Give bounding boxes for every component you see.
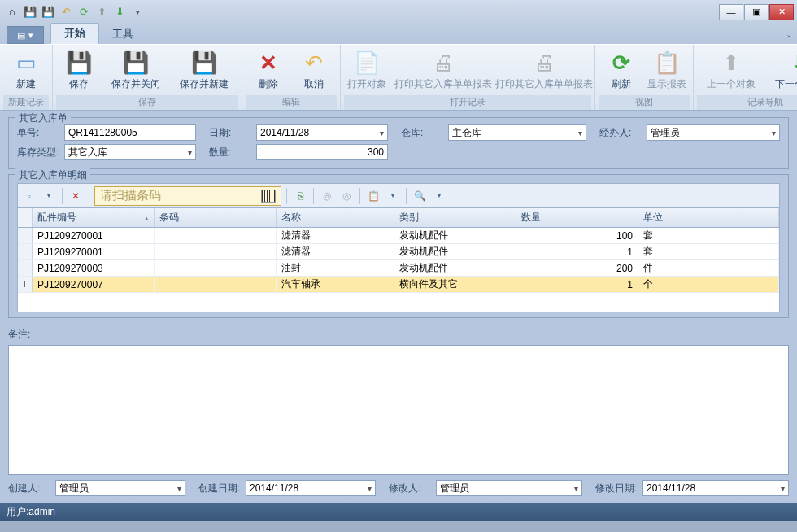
show-report-button: 显示报表 xyxy=(644,46,690,94)
ribbon-group-title: 打开记录 xyxy=(344,95,591,110)
row-indicator xyxy=(18,228,33,243)
qat-dropdown-icon[interactable]: ▾ xyxy=(131,6,144,19)
col-bar[interactable]: 条码 xyxy=(155,208,277,227)
refresh-icon: ⟳ xyxy=(608,50,634,76)
cell-qty: 1 xyxy=(516,244,638,259)
input-remark[interactable] xyxy=(8,345,789,476)
input-date[interactable]: 2014/11/28 xyxy=(256,124,388,141)
row-indicator: I xyxy=(18,277,33,292)
print-other-rpt-label: 打印其它入库单单报表 xyxy=(394,77,492,91)
detail-fieldset: 其它入库单明细 ▫ ▾ ✕ 请扫描条码 ⎘ ◎ ◎ 📋 ▾ 🔍 ▾ xyxy=(8,174,789,318)
col-qty[interactable]: 数量 xyxy=(516,208,638,227)
col-cat[interactable]: 类别 xyxy=(394,208,516,227)
barcode-scan-input[interactable]: 请扫描条码 xyxy=(94,186,281,206)
delete-button[interactable]: ✕删除 xyxy=(246,46,291,94)
input-mdate[interactable]: 2014/11/28 xyxy=(642,480,789,496)
input-qty[interactable]: 300 xyxy=(256,144,388,160)
cell-bar xyxy=(155,260,277,276)
col-code[interactable]: 配件编号▴ xyxy=(33,208,155,227)
dt-find-icon[interactable]: 🔍 xyxy=(412,188,428,204)
separator xyxy=(359,188,360,204)
qat-saveclose-icon[interactable]: 💾 xyxy=(41,6,54,19)
dt-delete-icon[interactable]: ✕ xyxy=(68,188,84,204)
print-other-rpt-button: 打印其它入库单单报表 xyxy=(390,46,497,94)
cell-name: 滤清器 xyxy=(277,228,394,243)
table-row[interactable]: PJ1209270001滤清器发动机配件1套 xyxy=(18,244,779,260)
collapse-ribbon-icon[interactable]: ˇ xyxy=(787,34,790,44)
table-row[interactable]: PJ1209270001滤清器发动机配件100套 xyxy=(18,228,779,244)
new-button[interactable]: 新建 xyxy=(3,46,49,94)
input-wh[interactable]: 主仓库 xyxy=(448,124,586,141)
print-other-rpt-icon xyxy=(430,50,456,76)
save-new-button[interactable]: 保存并新建 xyxy=(170,46,238,94)
cell-code: PJ1209270003 xyxy=(33,260,155,276)
ribbon: 新建新建记录保存保存并关闭保存并新建保存✕删除↶取消编辑打开对象打印其它入库单单… xyxy=(0,44,797,111)
cell-unit: 件 xyxy=(638,260,779,276)
dt-new-icon[interactable]: ▫ xyxy=(21,188,37,204)
barcode-icon xyxy=(261,190,276,203)
open-obj-button: 打开对象 xyxy=(344,46,390,94)
ribbon-group: 打开对象打印其它入库单单报表打印其它入库单单报表打开记录 xyxy=(341,45,595,110)
input-creator[interactable]: 管理员 xyxy=(55,480,185,496)
dt-export-icon[interactable]: ⎘ xyxy=(292,188,308,204)
cell-code: PJ1209270001 xyxy=(33,244,155,259)
ribbon-group-title: 记录导航 xyxy=(697,95,797,110)
col-name[interactable]: 名称 xyxy=(277,208,394,227)
dt-find-dd-icon[interactable]: ▾ xyxy=(431,188,447,204)
file-tab[interactable]: ▤ ▾ xyxy=(7,26,44,44)
status-bar: 用户: admin xyxy=(0,503,797,521)
minimize-button[interactable]: — xyxy=(719,4,743,20)
ribbon-group-title: 视图 xyxy=(599,95,690,110)
dt-new-dd-icon[interactable]: ▾ xyxy=(41,188,57,204)
close-window-button[interactable]: ✕ xyxy=(769,4,794,20)
input-operator[interactable]: 管理员 xyxy=(647,124,780,141)
home-icon[interactable]: ⌂ xyxy=(6,6,19,19)
next-obj-button[interactable]: ⬇下一个对象 xyxy=(765,46,797,94)
dt-nav2-icon: ◎ xyxy=(338,188,355,204)
save-close-button[interactable]: 保存并关闭 xyxy=(102,46,170,94)
prev-obj-button: ⬆上一个对象 xyxy=(697,46,765,94)
prev-obj-label: 上一个对象 xyxy=(707,77,756,91)
col-unit[interactable]: 单位 xyxy=(638,208,779,227)
scan-placeholder: 请扫描条码 xyxy=(100,188,161,203)
header-fieldset: 其它入库单 单号: QR1411280005 日期: 2014/11/28 仓库… xyxy=(8,117,789,169)
save-close-icon xyxy=(123,50,149,76)
save-button[interactable]: 保存 xyxy=(56,46,102,94)
table-row[interactable]: IPJ1209270007汽车轴承横向件及其它1个 xyxy=(18,277,779,293)
label-remark: 备注: xyxy=(8,328,41,342)
qat-prev-icon[interactable]: ⬆ xyxy=(95,6,108,19)
row-indicator xyxy=(18,260,33,276)
ribbon-group: ⟳刷新显示报表视图 xyxy=(595,45,694,110)
cell-cat: 横向件及其它 xyxy=(394,277,516,292)
cell-qty: 100 xyxy=(516,228,638,243)
delete-icon: ✕ xyxy=(255,50,281,76)
ribbon-group: ✕删除↶取消编辑 xyxy=(242,45,341,110)
grid-header: 配件编号▴ 条码 名称 类别 数量 单位 xyxy=(18,208,779,228)
qat-undo-icon[interactable]: ↶ xyxy=(59,6,72,19)
input-stocktype[interactable]: 其它入库 xyxy=(64,144,196,160)
input-docno[interactable]: QR1411280005 xyxy=(64,124,196,141)
tab-start[interactable]: 开始 xyxy=(50,23,99,44)
cell-bar xyxy=(155,244,277,259)
dt-paste-icon[interactable]: 📋 xyxy=(365,188,381,204)
cell-name: 滤清器 xyxy=(277,244,394,259)
label-mdate: 修改日期: xyxy=(595,482,638,495)
table-row[interactable]: PJ1209270003油封发动机配件200件 xyxy=(18,260,779,277)
status-user: admin xyxy=(28,506,55,517)
qat-next-icon[interactable]: ⬇ xyxy=(113,6,126,19)
input-modifier[interactable]: 管理员 xyxy=(436,480,582,496)
refresh-button[interactable]: ⟳刷新 xyxy=(599,46,644,94)
qat-refresh-icon[interactable]: ⟳ xyxy=(77,6,90,19)
separator xyxy=(89,188,89,204)
qat-save-icon[interactable]: 💾 xyxy=(24,6,37,19)
detail-grid: 配件编号▴ 条码 名称 类别 数量 单位 PJ1209270001滤清器发动机配… xyxy=(17,207,780,312)
ribbon-group: 保存保存并关闭保存并新建保存 xyxy=(53,45,242,110)
cancel-button[interactable]: ↶取消 xyxy=(291,46,337,94)
grid-body[interactable]: PJ1209270001滤清器发动机配件100套PJ1209270001滤清器发… xyxy=(18,228,779,312)
tab-tools[interactable]: 工具 xyxy=(99,24,146,44)
new-label: 新建 xyxy=(16,77,36,91)
label-qty: 数量: xyxy=(209,146,256,159)
dt-paste-dd-icon[interactable]: ▾ xyxy=(385,188,401,204)
maximize-button[interactable]: ▣ xyxy=(744,4,769,20)
input-cdate[interactable]: 2014/11/28 xyxy=(246,480,376,496)
